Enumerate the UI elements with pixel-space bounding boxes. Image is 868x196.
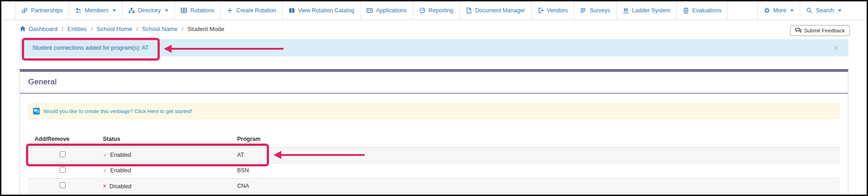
row-checkbox-at[interactable] [60,151,66,157]
nav-label: Applications [376,7,406,14]
nav-label: More [773,7,786,14]
nav-item-members[interactable]: Members [69,1,122,20]
id-card-icon [366,7,373,14]
chevron-down-icon [165,10,168,11]
directory-icon [128,7,135,14]
clipboard-icon [683,7,689,14]
status-label: Disabled [109,183,132,190]
breadcrumb-separator: / [91,26,93,32]
table-icon [181,7,187,14]
gauge-icon [419,7,426,14]
alert-close-icon[interactable]: × [833,39,838,57]
column-header-add-remove: Add/Remove [28,131,96,147]
nav-item-rotations[interactable]: Rotations [174,1,220,20]
panel-body: Would you like to create this verbiage? … [20,93,848,194]
chevron-down-icon [838,10,842,11]
breadcrumb-separator: / [137,26,138,32]
sign-out-icon [538,7,544,14]
table-row-at: ✓Enabled AT [28,147,840,163]
table-row-cna: ×Disabled CNA [28,178,840,194]
check-icon: ✓ [103,152,107,158]
column-header-status: Status [96,131,231,147]
nav-label: Rotations [190,7,214,14]
nav-label: Create Rotation [236,7,276,14]
program-label: AT [231,147,840,163]
nav-spacer [727,1,757,20]
nav-label: Ladder System [632,7,670,14]
nav-item-directory[interactable]: Directory [122,1,174,20]
submit-feedback-label: Submit Feedback [804,28,845,33]
programs-table: Add/Remove Status Program ✓Enabled AT ✓E… [28,131,840,194]
top-nav: Partnerships Members Directory Rotations… [1,1,867,20]
document-icon [466,7,472,14]
program-label: BSN [231,163,840,178]
ladder-icon [623,7,629,14]
members-icon [75,7,81,14]
verbiage-notice[interactable]: Would you like to create this verbiage? … [28,103,840,119]
breadcrumb-link-school-name[interactable]: School Name [142,26,178,32]
survey-icon [580,7,586,14]
nav-item-ladder-system[interactable]: Ladder System [616,1,676,20]
column-header-program: Program [231,131,840,147]
nav-item-view-rotation-catalog[interactable]: View Rotation Catalog [282,1,360,20]
breadcrumb-current-page: Student Mode [188,26,224,32]
program-label: CNA [231,178,840,194]
link-icon [21,7,28,14]
nav-label: Search [816,7,834,14]
search-icon [806,7,812,14]
nav-item-more[interactable]: More [757,1,800,20]
breadcrumb: Dashboard / Entities / School Home / Sch… [20,23,848,35]
row-checkbox-cna[interactable] [60,182,66,188]
submit-feedback-button[interactable]: Submit Feedback [790,25,850,36]
success-alert: Student connections added for program(s)… [20,39,848,57]
breadcrumb-link-school-home[interactable]: School Home [97,26,132,32]
nav-label: Directory [138,7,161,14]
panel-title: General [20,72,848,93]
general-panel: General Would you like to create this ve… [20,69,848,196]
nav-label: Evaluations [692,7,722,14]
nav-item-reporting[interactable]: Reporting [413,1,459,20]
nav-item-surveys[interactable]: Surveys [574,1,616,20]
breadcrumb-link-dashboard[interactable]: Dashboard [20,26,58,32]
breadcrumb-link-entities[interactable]: Entities [67,26,87,32]
nav-item-partnerships[interactable]: Partnerships [15,1,69,20]
nav-label: Partnerships [31,7,63,14]
nav-label: Reporting [429,7,453,14]
verbiage-notice-text: Would you like to create this verbiage? … [43,108,192,114]
nav-label: Vendors [547,7,568,14]
nav-label: View Rotation Catalog [298,7,354,14]
check-icon: ✓ [103,167,107,174]
chevron-down-icon [112,10,116,11]
comments-icon [795,27,802,34]
table-header-row: Add/Remove Status Program [28,131,840,147]
chat-bubble-icon [33,108,40,115]
status-label: Enabled [110,152,131,158]
x-icon: × [103,182,107,190]
status-label: Enabled [110,167,131,174]
home-icon [20,26,26,32]
chevron-down-icon [790,10,794,11]
breadcrumb-separator: / [182,26,183,32]
row-checkbox-bsn[interactable] [60,167,66,173]
nav-item-evaluations[interactable]: Evaluations [676,1,728,20]
book-icon [289,7,295,14]
app-window: Partnerships Members Directory Rotations… [0,0,868,196]
table-row-bsn: ✓Enabled BSN [28,163,840,178]
alert-message: Student connections added for program(s)… [32,45,148,51]
nav-item-applications[interactable]: Applications [360,1,412,20]
nav-spacer [848,1,867,20]
nav-item-vendors[interactable]: Vendors [531,1,574,20]
nav-label: Members [85,7,108,14]
nav-item-document-manager[interactable]: Document Manager [459,1,531,20]
nav-item-search[interactable]: Search [800,1,848,20]
nav-item-create-rotation[interactable]: Create Rotation [220,1,282,20]
plus-icon [227,7,233,14]
nav-label: Surveys [589,7,610,14]
gear-icon [764,7,770,14]
nav-label: Document Manager [475,7,525,14]
breadcrumb-separator: / [62,26,64,32]
